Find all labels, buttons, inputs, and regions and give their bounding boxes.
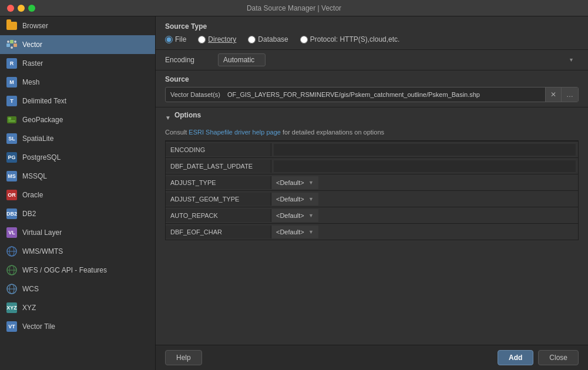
collapse-arrow-icon[interactable]: ▼ — [165, 115, 171, 121]
option-row-adjust-geom: ADJUST_GEOM_TYPE <Default> YES NO — [166, 190, 578, 207]
wfs-icon — [6, 264, 18, 276]
add-button[interactable]: Add — [498, 350, 533, 365]
encoding-select[interactable]: Automatic UTF-8 ISO-8859-1 ASCII — [218, 53, 266, 66]
radio-database[interactable]: Database — [248, 35, 288, 43]
adjust-type-select[interactable]: <Default> YES NO — [271, 176, 318, 189]
help-link[interactable]: ESRI Shapefile driver help page — [189, 129, 281, 136]
vector-tile-icon: VT — [6, 321, 18, 332]
source-type-radio-group: File Directory Database Protocol: HTTP(S… — [165, 35, 579, 43]
sidebar-item-label: Delimited Text — [22, 97, 66, 105]
dbf-eof-select[interactable]: <Default> YES NO — [271, 226, 318, 238]
radio-file-label: File — [175, 35, 186, 43]
sidebar-item-label: Vector Tile — [22, 322, 55, 331]
sidebar-item-label: WFS / OGC API - Features — [22, 266, 107, 274]
sidebar-item-wcs[interactable]: WCS — [0, 280, 155, 298]
option-value-encoding — [271, 143, 578, 157]
sidebar-item-oracle[interactable]: OR Oracle — [0, 186, 155, 204]
sidebar-item-virtual-layer[interactable]: VL Virtual Layer — [0, 223, 155, 242]
sidebar-item-geopackage[interactable]: GeoPackage — [0, 110, 155, 129]
svg-rect-1 — [10, 40, 14, 43]
sidebar-item-label: XYZ — [22, 304, 36, 312]
source-section-label: Source — [165, 75, 579, 83]
delimited-text-icon: T — [6, 95, 18, 107]
title-bar: Data Source Manager | Vector — [0, 0, 588, 16]
option-value-dbf-eof: <Default> YES NO — [271, 226, 318, 238]
options-table: ENCODING DBF_DATE_LAST_UPDATE ADJUST_TYP… — [165, 140, 579, 240]
sidebar-item-vector[interactable]: Vector — [0, 35, 155, 54]
radio-protocol[interactable]: Protocol: HTTP(S),cloud,etc. — [300, 35, 400, 43]
sidebar-item-label: SpatiaLite — [22, 134, 53, 143]
encoding-row: Encoding Automatic UTF-8 ISO-8859-1 ASCI… — [156, 49, 588, 70]
radio-file-input[interactable] — [165, 36, 173, 43]
mssql-icon: MS — [6, 170, 18, 182]
option-row-dbf-date: DBF_DATE_LAST_UPDATE — [166, 157, 578, 174]
adjust-geom-select[interactable]: <Default> YES NO — [271, 193, 318, 206]
svg-rect-7 — [8, 117, 11, 120]
mesh-icon: M — [6, 76, 18, 88]
xyz-icon: XYZ — [6, 302, 18, 314]
option-value-adjust-geom: <Default> YES NO — [271, 193, 318, 206]
sidebar-item-delimited-text[interactable]: T Delimited Text — [0, 92, 155, 110]
svg-rect-6 — [7, 116, 16, 123]
sidebar-item-vector-tile[interactable]: VT Vector Tile — [0, 317, 155, 336]
sidebar-item-spatialite[interactable]: SL SpatiaLite — [0, 129, 155, 148]
db2-icon: DB2 — [6, 208, 18, 220]
option-input-encoding[interactable] — [274, 144, 576, 156]
encoding-label: Encoding — [165, 56, 212, 64]
adjust-geom-select-wrap: <Default> YES NO — [271, 193, 318, 206]
maximize-window-btn[interactable] — [28, 5, 35, 12]
sidebar-item-label: Browser — [22, 22, 48, 30]
source-type-title: Source Type — [165, 22, 579, 31]
options-section: ▼ Options Consult ESRI Shapefile driver … — [156, 107, 588, 345]
auto-repack-select[interactable]: <Default> YES NO — [271, 209, 318, 222]
svg-rect-8 — [8, 120, 15, 122]
sidebar-item-label: MSSQL — [22, 172, 47, 180]
radio-protocol-label: Protocol: HTTP(S),cloud,etc. — [310, 35, 400, 43]
sidebar-item-mesh[interactable]: M Mesh — [0, 73, 155, 92]
close-window-btn[interactable] — [7, 5, 14, 12]
source-clear-button[interactable]: ✕ — [545, 88, 561, 102]
sidebar-item-label: GeoPackage — [22, 116, 63, 124]
window-controls[interactable] — [7, 5, 35, 12]
sidebar-item-label: Oracle — [22, 191, 43, 199]
spatialite-icon: SL — [6, 133, 18, 144]
source-dataset-label: Vector Dataset(s) — [166, 88, 225, 101]
radio-database-input[interactable] — [248, 36, 256, 43]
svg-point-4 — [14, 41, 16, 43]
radio-directory-input[interactable] — [198, 36, 206, 43]
sidebar-item-wfs-ogc[interactable]: WFS / OGC API - Features — [0, 261, 155, 280]
vector-icon — [6, 39, 18, 51]
source-path-row: Vector Dataset(s) OF_GIS_LAYERS_FOR_RSMI… — [165, 87, 579, 102]
sidebar-item-raster[interactable]: R Raster — [0, 54, 155, 73]
option-row-auto-repack: AUTO_REPACK <Default> YES NO — [166, 207, 578, 223]
sidebar-item-label: Vector — [22, 41, 42, 49]
svg-rect-2 — [14, 43, 17, 47]
radio-directory[interactable]: Directory — [198, 35, 236, 43]
auto-repack-select-wrap: <Default> YES NO — [271, 209, 318, 222]
svg-rect-0 — [6, 43, 10, 47]
option-value-auto-repack: <Default> YES NO — [271, 209, 318, 222]
sidebar-item-db2[interactable]: DB2 DB2 — [0, 204, 155, 223]
sidebar-item-xyz[interactable]: XYZ XYZ — [0, 298, 155, 317]
option-key-auto-repack: AUTO_REPACK — [166, 209, 271, 222]
radio-protocol-input[interactable] — [300, 36, 308, 43]
source-browse-button[interactable]: … — [561, 88, 578, 102]
sidebar-item-postgresql[interactable]: PG PostgreSQL — [0, 148, 155, 167]
minimize-window-btn[interactable] — [18, 5, 25, 12]
source-type-section: Source Type File Directory Database Prot… — [156, 16, 588, 49]
radio-database-label: Database — [258, 35, 288, 43]
sidebar-item-mssql[interactable]: MS MSSQL — [0, 167, 155, 186]
main-layout: Browser Vector R Raster — [0, 16, 588, 370]
svg-point-3 — [7, 41, 9, 43]
option-key-dbf-date: DBF_DATE_LAST_UPDATE — [166, 160, 271, 173]
sidebar-item-browser[interactable]: Browser — [0, 16, 155, 35]
raster-icon: R — [6, 58, 18, 69]
sidebar-item-wms-wmts[interactable]: WMS/WMTS — [0, 242, 155, 261]
oracle-icon: OR — [6, 189, 18, 201]
option-input-dbf-date[interactable] — [274, 160, 576, 172]
help-text-suffix: for detailed explanations on options — [281, 129, 384, 136]
help-button[interactable]: Help — [165, 350, 202, 365]
close-button[interactable]: Close — [538, 350, 579, 365]
postgresql-icon: PG — [6, 152, 18, 163]
radio-file[interactable]: File — [165, 35, 186, 43]
